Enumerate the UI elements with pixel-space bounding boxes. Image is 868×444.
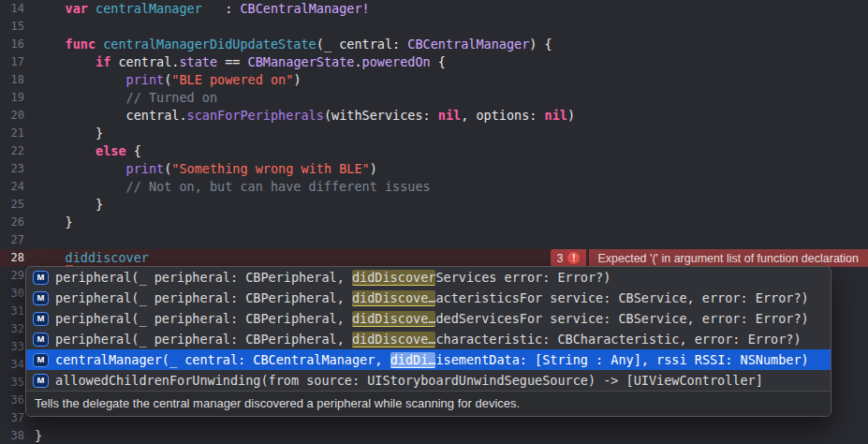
code-text[interactable]: }	[29, 427, 868, 444]
token-type: CBCentralManager	[407, 37, 529, 52]
code-line[interactable]: 23 print("Something wrong with BLE")	[0, 160, 868, 178]
token-comment: // Turned on	[126, 90, 218, 105]
line-number: 15	[0, 18, 29, 36]
method-icon: M	[33, 291, 49, 305]
match-highlight: didDiscove…	[352, 311, 435, 327]
code-line[interactable]: 26 }	[0, 214, 868, 231]
code-line[interactable]: 16 func centralManagerDidUpdateState(_ c…	[0, 36, 868, 53]
code-text[interactable]: print("Something wrong with BLE")	[29, 160, 868, 178]
token-plain	[35, 90, 126, 105]
code-editor[interactable]: 14 var centralManager : CBCentralManager…	[0, 0, 868, 444]
code-text[interactable]: print("BLE powered on")	[29, 71, 868, 89]
autocomplete-list: Mperipheral(_ peripheral: CBPeripheral, …	[26, 267, 831, 391]
autocomplete-item-label: peripheral(_ peripheral: CBPeripheral, d…	[55, 270, 611, 285]
line-number: 17	[0, 53, 29, 71]
token-plain: ==	[217, 54, 248, 69]
token-plain	[35, 143, 96, 158]
code-text[interactable]: central.scanForPeripherals(withServices:…	[29, 107, 868, 125]
code-line[interactable]: 18 print("BLE powered on")	[0, 71, 868, 89]
token-func: scanForPeripherals	[187, 108, 324, 123]
method-icon: M	[33, 312, 49, 326]
autocomplete-item[interactable]: Mperipheral(_ peripheral: CBPeripheral, …	[26, 288, 831, 308]
code-line[interactable]: 17 if central.state == CBManagerState.po…	[0, 53, 868, 71]
code-line[interactable]: 15	[0, 18, 868, 36]
code-line[interactable]: 25 }	[0, 196, 868, 214]
token-keyword: nil	[438, 108, 461, 123]
token-plain: central.	[110, 54, 179, 69]
token-string: "BLE powered on"	[171, 72, 293, 87]
token-plain: ) {	[529, 37, 552, 52]
token-plain: {	[126, 143, 141, 158]
code-line[interactable]: 22 else {	[0, 142, 868, 160]
method-icon: M	[33, 374, 49, 388]
token-plain: (_ central:	[316, 37, 408, 52]
line-number: 18	[0, 71, 29, 89]
line-number: 16	[0, 36, 29, 53]
autocomplete-item[interactable]: Mperipheral(_ peripheral: CBPeripheral, …	[26, 267, 831, 288]
code-line[interactable]: 20 central.scanForPeripherals(withServic…	[0, 107, 868, 125]
code-line[interactable]: 38}	[0, 427, 868, 444]
code-line[interactable]: 21 }	[0, 125, 868, 142]
token-plain	[35, 72, 126, 87]
code-text[interactable]: func centralManagerDidUpdateState(_ cent…	[29, 36, 868, 53]
code-text[interactable]: else {	[29, 142, 868, 160]
token-decl: iddiscover	[73, 250, 149, 265]
token-decl: centralManagerDidUpdateState	[103, 37, 316, 52]
code-line[interactable]: 14 var centralManager : CBCentralManager…	[0, 0, 868, 18]
error-message[interactable]: Expected '(' in argument list of functio…	[589, 249, 868, 267]
autocomplete-item-label: allowedChildrenForUnwinding(from source:…	[55, 373, 763, 388]
error-icon: !	[567, 252, 580, 264]
line-number: 28	[0, 249, 29, 267]
match-highlight: didDiscover	[352, 270, 435, 286]
line-number: 14	[0, 0, 29, 18]
code-text[interactable]: }	[29, 125, 868, 142]
line-number: 26	[0, 214, 29, 231]
autocomplete-item[interactable]: Mperipheral(_ peripheral: CBPeripheral, …	[26, 329, 831, 349]
token-plain: .	[354, 54, 361, 69]
code-text[interactable]: // Not on, but can have different issues	[29, 178, 868, 196]
code-text[interactable]: // Turned on	[29, 89, 868, 107]
line-number: 22	[0, 142, 29, 160]
line-number: 27	[0, 231, 29, 249]
code-line[interactable]: 27	[0, 231, 868, 249]
method-icon: M	[33, 333, 49, 347]
autocomplete-item[interactable]: Mperipheral(_ peripheral: CBPeripheral, …	[26, 308, 831, 329]
token-prop: poweredOn	[362, 54, 431, 69]
autocomplete-item-label: centralManager(_ central: CBCentralManag…	[55, 352, 809, 367]
token-decl-err: d	[66, 250, 73, 267]
line-number: 25	[0, 196, 29, 214]
token-plain: }	[35, 126, 103, 141]
token-plain: }	[35, 428, 42, 443]
autocomplete-popup[interactable]: Mperipheral(_ peripheral: CBPeripheral, …	[25, 266, 831, 417]
code-text[interactable]	[29, 18, 868, 36]
token-keyword: var	[66, 1, 88, 16]
autocomplete-item-label: peripheral(_ peripheral: CBPeripheral, d…	[55, 311, 809, 326]
line-number: 19	[0, 89, 29, 107]
line-number: 21	[0, 125, 29, 142]
code-text[interactable]: if central.state == CBManagerState.power…	[29, 53, 868, 71]
token-plain: central.	[35, 108, 187, 123]
token-plain	[35, 250, 66, 265]
line-number: 23	[0, 160, 29, 178]
code-line[interactable]: 24 // Not on, but can have different iss…	[0, 178, 868, 196]
code-text[interactable]: }	[29, 214, 868, 231]
token-plain	[35, 1, 66, 16]
token-keyword: if	[96, 54, 110, 69]
autocomplete-item-selected[interactable]: McentralManager(_ central: CBCentralMana…	[26, 349, 831, 370]
autocomplete-item[interactable]: MallowedChildrenForUnwinding(from source…	[26, 370, 831, 391]
autocomplete-item-label: peripheral(_ peripheral: CBPeripheral, d…	[55, 332, 802, 347]
error-strip[interactable]: 3 ! Expected '(' in argument list of fun…	[551, 249, 868, 267]
token-plain	[35, 179, 126, 194]
token-string: "Something wrong with BLE"	[171, 161, 369, 176]
line-number: 24	[0, 178, 29, 196]
code-text[interactable]: }	[29, 196, 868, 214]
error-count-badge[interactable]: 3 !	[551, 249, 587, 267]
line-number: 20	[0, 107, 29, 125]
code-text[interactable]	[29, 231, 868, 249]
code-text[interactable]: var centralManager : CBCentralManager!	[29, 0, 868, 18]
match-highlight: didDiscove…	[352, 290, 435, 306]
token-plain	[96, 37, 103, 52]
token-prop: state	[179, 54, 217, 69]
line-number: 38	[0, 427, 29, 444]
code-line[interactable]: 19 // Turned on	[0, 89, 868, 107]
